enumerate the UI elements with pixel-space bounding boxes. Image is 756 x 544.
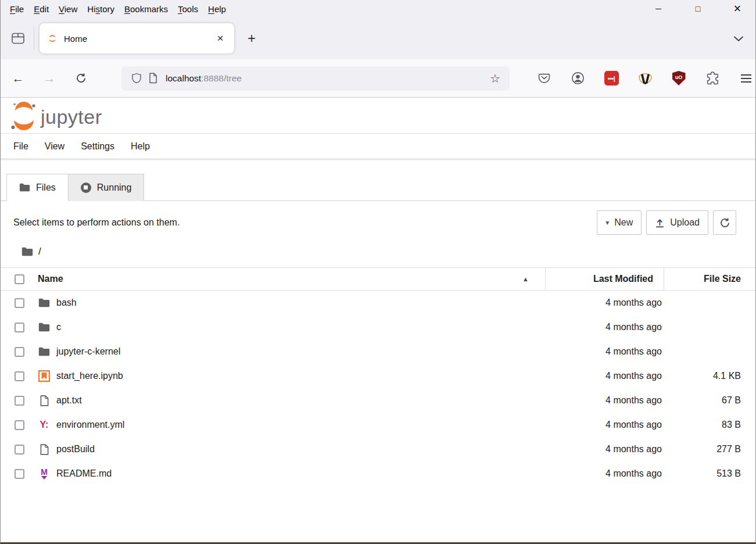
column-header-last-modified[interactable]: Last Modified <box>545 268 664 290</box>
file-size: 83 B <box>664 413 755 437</box>
folder-icon <box>19 183 30 192</box>
row-checkbox[interactable] <box>15 396 24 406</box>
reload-button[interactable] <box>70 68 91 89</box>
refresh-file-list-button[interactable] <box>713 210 736 235</box>
menubar-item-file[interactable]: File <box>6 3 27 15</box>
tab-running[interactable]: Running <box>69 174 145 201</box>
browser-window: FileEditViewHistoryBookmarksToolsHelp ─ … <box>0 0 756 544</box>
list-all-tabs-button[interactable] <box>730 30 747 48</box>
file-name[interactable]: jupyter-c-kernel <box>56 346 120 357</box>
file-name[interactable]: c <box>56 322 61 332</box>
tab-close-button[interactable]: × <box>213 31 227 45</box>
url-text[interactable]: localhost:8888/tree <box>166 73 488 84</box>
navigation-toolbar: ← → localhost:8888/tree ☆ •••| <box>1 59 755 98</box>
browser-menubar: FileEditViewHistoryBookmarksToolsHelp ─ … <box>1 0 755 17</box>
jupyter-logo-text: jupyter <box>41 106 102 128</box>
column-header-file-size[interactable]: File Size <box>664 268 755 290</box>
privacy-badger-extension-icon[interactable] <box>637 71 653 86</box>
file-row[interactable]: bash 4 months ago <box>1 291 755 315</box>
new-tab-button[interactable]: + <box>241 28 262 49</box>
upload-button-label: Upload <box>670 217 700 228</box>
jupyter-menu-help[interactable]: Help <box>123 138 158 155</box>
select-all-checkbox[interactable] <box>15 274 24 284</box>
file-row[interactable]: postBuild 4 months ago 277 B <box>1 437 755 461</box>
file-size <box>664 291 755 315</box>
upload-button[interactable]: Upload <box>646 210 708 235</box>
row-checkbox[interactable] <box>15 445 24 454</box>
file-row[interactable]: c 4 months ago <box>1 315 755 339</box>
row-checkbox[interactable] <box>15 347 24 357</box>
firefox-view-button[interactable] <box>8 28 28 49</box>
window-controls: ─ □ × <box>650 0 755 17</box>
breadcrumb-path: / <box>38 246 41 257</box>
file-row[interactable]: M README.md 4 months ago 513 B <box>1 461 755 486</box>
file-modified: 4 months ago <box>545 315 664 339</box>
jupyter-header: jupyter <box>1 98 755 134</box>
minimize-button[interactable]: ─ <box>650 1 667 16</box>
file-row[interactable]: start_here.ipynb 4 months ago 4.1 KB <box>1 364 755 388</box>
page-info-icon[interactable] <box>145 73 161 84</box>
jupyter-menu-file[interactable]: File <box>5 138 37 155</box>
new-button[interactable]: ▾ New <box>597 210 642 235</box>
file-modified: 4 months ago <box>545 388 664 413</box>
file-actions-bar: Select items to perform actions on them.… <box>13 210 736 235</box>
maximize-button[interactable]: □ <box>689 1 707 16</box>
file-name[interactable]: README.md <box>56 468 112 479</box>
file-row[interactable]: apt.txt 4 months ago 67 B <box>1 388 755 413</box>
jupyter-menu-settings[interactable]: Settings <box>73 138 123 155</box>
caret-down-icon: ▾ <box>605 219 609 227</box>
tab-home[interactable]: Home × <box>40 23 234 53</box>
sort-ascending-icon[interactable]: ▲ <box>522 275 529 282</box>
jupyter-menubar: FileViewSettingsHelp <box>1 134 755 159</box>
row-checkbox[interactable] <box>15 371 24 381</box>
file-row[interactable]: Y: environment.yml 4 months ago 83 B <box>1 413 755 437</box>
bookmark-star-icon[interactable]: ☆ <box>488 71 503 85</box>
file-size <box>664 339 755 364</box>
file-size: 513 B <box>664 461 755 486</box>
ublock-origin-extension-icon[interactable]: uO <box>671 71 686 86</box>
jupyter-logo: jupyter <box>9 101 102 131</box>
url-bar[interactable]: localhost:8888/tree ☆ <box>121 66 510 91</box>
tab-files[interactable]: Files <box>6 174 69 201</box>
row-checkbox[interactable] <box>15 323 24 332</box>
refresh-icon <box>719 217 730 228</box>
row-checkbox[interactable] <box>15 420 24 430</box>
row-checkbox[interactable] <box>15 469 24 479</box>
folder-icon <box>37 347 51 356</box>
close-window-button[interactable]: × <box>729 1 746 16</box>
account-icon[interactable] <box>570 71 585 86</box>
file-modified: 4 months ago <box>545 291 664 315</box>
column-header-name[interactable]: Name <box>38 274 63 284</box>
chevron-down-icon <box>733 36 744 42</box>
file-name[interactable]: environment.yml <box>56 420 124 430</box>
file-name[interactable]: apt.txt <box>56 395 82 406</box>
file-table-header: Name ▲ Last Modified File Size <box>1 267 755 291</box>
markdown-icon: M <box>37 468 51 479</box>
pocket-icon[interactable] <box>536 71 551 86</box>
menubar-item-help[interactable]: Help <box>205 3 230 15</box>
back-button[interactable]: ← <box>8 68 28 89</box>
running-icon <box>81 182 91 193</box>
file-modified: 4 months ago <box>545 364 664 388</box>
menubar-item-bookmarks[interactable]: Bookmarks <box>121 3 171 15</box>
hamburger-menu-icon[interactable] <box>739 71 754 86</box>
jupyter-menu-view[interactable]: View <box>37 138 73 155</box>
file-name[interactable]: postBuild <box>56 444 95 454</box>
menubar-item-history[interactable]: History <box>84 3 118 15</box>
file-name[interactable]: bash <box>56 298 77 308</box>
tab-strip: Home × + <box>1 17 755 59</box>
menubar-item-view[interactable]: View <box>55 3 81 15</box>
file-modified: 4 months ago <box>545 437 664 461</box>
row-checkbox[interactable] <box>15 298 24 308</box>
shield-icon[interactable] <box>128 73 145 84</box>
new-button-label: New <box>614 217 633 228</box>
folder-icon[interactable] <box>22 247 33 256</box>
lastpass-extension-icon[interactable]: •••| <box>604 71 619 86</box>
forward-button[interactable]: → <box>39 68 60 89</box>
file-row[interactable]: jupyter-c-kernel 4 months ago <box>1 339 755 364</box>
menubar-item-tools[interactable]: Tools <box>174 3 202 15</box>
jupyter-tabs: Files Running <box>1 173 755 201</box>
extensions-puzzle-icon[interactable] <box>705 71 720 86</box>
menubar-item-edit[interactable]: Edit <box>30 3 52 15</box>
file-name[interactable]: start_here.ipynb <box>56 371 123 381</box>
